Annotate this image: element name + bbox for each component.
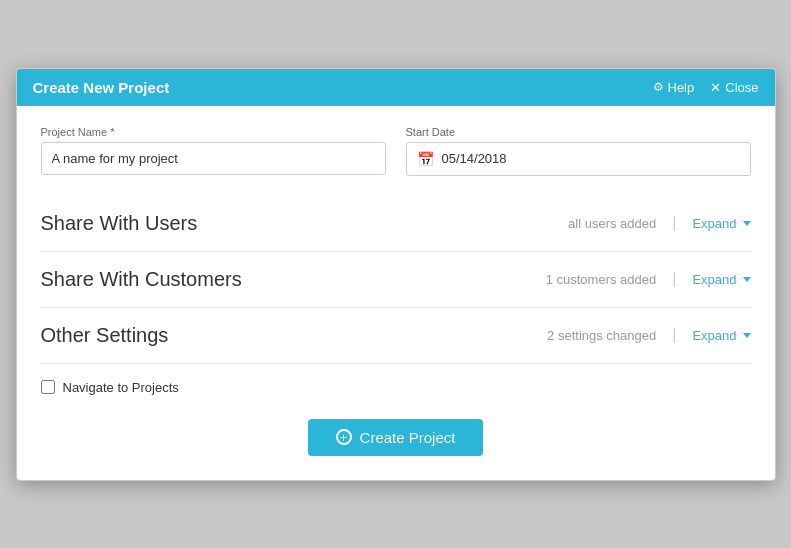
chevron-down-icon: [743, 221, 751, 226]
navigate-checkbox-row: Navigate to Projects: [41, 364, 751, 415]
project-name-group: Project Name *: [41, 126, 386, 176]
create-button-row: + Create Project: [41, 419, 751, 456]
navigate-checkbox-label: Navigate to Projects: [63, 380, 179, 395]
modal-body: Project Name * Start Date 📅 05/14/2018 S…: [17, 106, 775, 480]
modal-title: Create New Project: [33, 79, 170, 96]
other-settings-expand-button[interactable]: Expand: [692, 328, 750, 343]
share-customers-right: 1 customers added | Expand: [546, 270, 751, 288]
separator-1: |: [672, 214, 676, 232]
other-settings-right: 2 settings changed | Expand: [547, 326, 750, 344]
separator-2: |: [672, 270, 676, 288]
close-icon: ✕: [710, 80, 721, 95]
header-actions: ⚙ Help ✕ Close: [653, 80, 759, 95]
circle-plus-icon: +: [336, 429, 352, 445]
other-settings-title: Other Settings: [41, 324, 169, 347]
start-date-input[interactable]: 📅 05/14/2018: [406, 142, 751, 176]
start-date-value: 05/14/2018: [442, 151, 507, 166]
share-users-status: all users added: [568, 216, 656, 231]
project-name-label: Project Name *: [41, 126, 386, 138]
share-users-expand-button[interactable]: Expand: [692, 216, 750, 231]
help-button[interactable]: ⚙ Help: [653, 80, 695, 95]
share-users-right: all users added | Expand: [568, 214, 750, 232]
share-users-title: Share With Users: [41, 212, 198, 235]
project-name-input[interactable]: [41, 142, 386, 175]
navigate-checkbox[interactable]: [41, 380, 55, 394]
chevron-down-icon-3: [743, 333, 751, 338]
expand-customers-label: Expand: [692, 272, 736, 287]
share-customers-expand-button[interactable]: Expand: [692, 272, 750, 287]
separator-3: |: [672, 326, 676, 344]
create-button-label: Create Project: [360, 429, 456, 446]
expand-settings-label: Expand: [692, 328, 736, 343]
chevron-down-icon-2: [743, 277, 751, 282]
start-date-group: Start Date 📅 05/14/2018: [406, 126, 751, 176]
gear-icon: ⚙: [653, 80, 664, 94]
share-customers-title: Share With Customers: [41, 268, 242, 291]
share-customers-section: Share With Customers 1 customers added |…: [41, 252, 751, 308]
share-users-section: Share With Users all users added | Expan…: [41, 196, 751, 252]
close-button[interactable]: ✕ Close: [710, 80, 758, 95]
modal-header: Create New Project ⚙ Help ✕ Close: [17, 69, 775, 106]
share-customers-status: 1 customers added: [546, 272, 657, 287]
calendar-icon: 📅: [417, 151, 434, 167]
other-settings-status: 2 settings changed: [547, 328, 656, 343]
start-date-label: Start Date: [406, 126, 751, 138]
create-project-button[interactable]: + Create Project: [308, 419, 484, 456]
other-settings-section: Other Settings 2 settings changed | Expa…: [41, 308, 751, 364]
expand-users-label: Expand: [692, 216, 736, 231]
create-project-modal: Create New Project ⚙ Help ✕ Close Projec…: [16, 68, 776, 481]
form-row: Project Name * Start Date 📅 05/14/2018: [41, 126, 751, 176]
